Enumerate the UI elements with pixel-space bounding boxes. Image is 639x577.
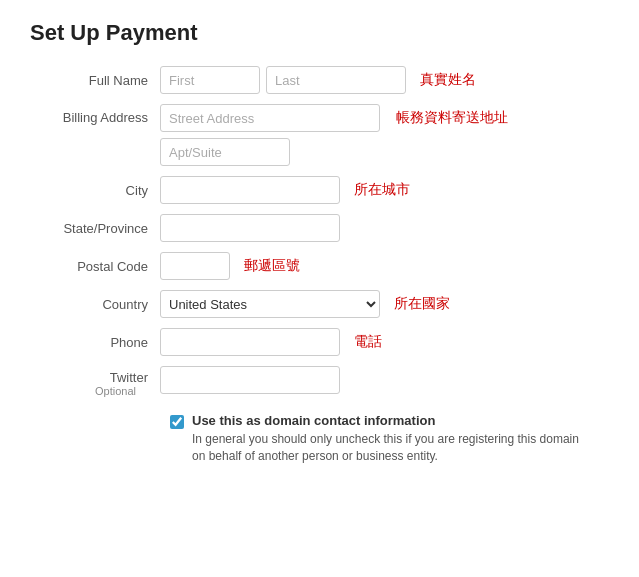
city-input[interactable] <box>160 176 340 204</box>
city-label: City <box>30 183 160 198</box>
state-fields <box>160 214 609 242</box>
country-row: Country United States Canada United King… <box>30 290 609 318</box>
twitter-label: Twitter <box>30 370 148 385</box>
state-label: State/Province <box>30 221 160 236</box>
twitter-input[interactable] <box>160 366 340 394</box>
twitter-fields <box>160 366 609 394</box>
twitter-row: Twitter Optional <box>30 366 609 397</box>
city-fields: 所在城市 <box>160 176 609 204</box>
postal-row: Postal Code 郵遞區號 <box>30 252 609 280</box>
checkbox-label: Use this as domain contact information <box>192 413 592 428</box>
checkbox-description: In general you should only uncheck this … <box>192 431 592 465</box>
billing-address-row: Billing Address 帳務資料寄送地址 <box>30 104 609 166</box>
country-select[interactable]: United States Canada United Kingdom Aust… <box>160 290 380 318</box>
phone-annotation: 電話 <box>354 333 382 351</box>
billing-annotation: 帳務資料寄送地址 <box>396 109 508 127</box>
postal-fields: 郵遞區號 <box>160 252 609 280</box>
phone-row: Phone 電話 <box>30 328 609 356</box>
phone-label: Phone <box>30 335 160 350</box>
domain-contact-row: Use this as domain contact information I… <box>30 413 609 465</box>
city-annotation: 所在城市 <box>354 181 410 199</box>
page-title: Set Up Payment <box>30 20 609 46</box>
domain-contact-checkbox[interactable] <box>170 415 184 429</box>
state-input[interactable] <box>160 214 340 242</box>
phone-input[interactable] <box>160 328 340 356</box>
country-fields: United States Canada United Kingdom Aust… <box>160 290 609 318</box>
domain-contact-text: Use this as domain contact information I… <box>192 413 592 465</box>
postal-label: Postal Code <box>30 259 160 274</box>
full-name-fields: 真實姓名 <box>160 66 609 94</box>
city-row: City 所在城市 <box>30 176 609 204</box>
full-name-label: Full Name <box>30 73 160 88</box>
street-address-input[interactable] <box>160 104 380 132</box>
first-name-input[interactable] <box>160 66 260 94</box>
full-name-row: Full Name 真實姓名 <box>30 66 609 94</box>
twitter-label-block: Twitter Optional <box>30 366 160 397</box>
twitter-optional-label: Optional <box>30 385 148 397</box>
last-name-input[interactable] <box>266 66 406 94</box>
postal-input[interactable] <box>160 252 230 280</box>
state-row: State/Province <box>30 214 609 242</box>
country-annotation: 所在國家 <box>394 295 450 313</box>
billing-address-label: Billing Address <box>30 104 160 125</box>
apt-suite-input[interactable] <box>160 138 290 166</box>
country-label: Country <box>30 297 160 312</box>
full-name-annotation: 真實姓名 <box>420 71 476 89</box>
billing-address-fields: 帳務資料寄送地址 <box>160 104 609 166</box>
phone-fields: 電話 <box>160 328 609 356</box>
postal-annotation: 郵遞區號 <box>244 257 300 275</box>
